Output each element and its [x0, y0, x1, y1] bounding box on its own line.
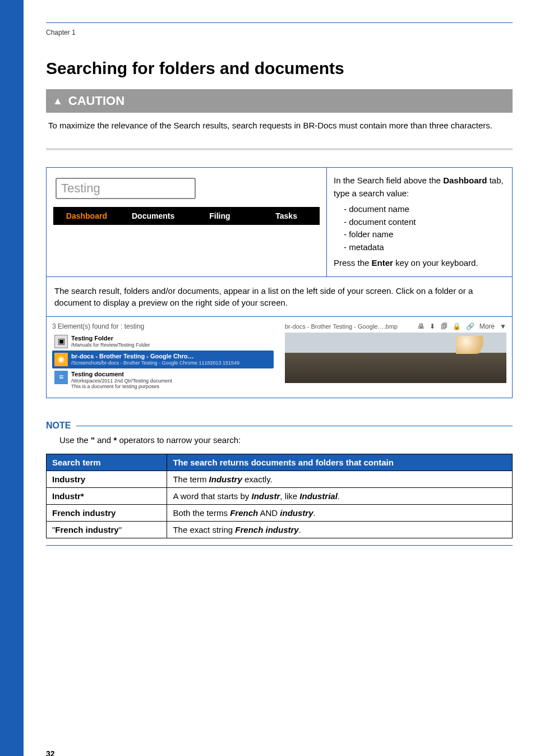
operators-table: Search term The search returns documents…: [46, 454, 513, 538]
caution-box: ▲ CAUTION To maximize the relevance of t…: [46, 89, 513, 150]
result-title: Testing Folder: [71, 335, 150, 342]
warning-icon: ▲: [53, 95, 63, 107]
result-item-folder[interactable]: ▣ Testing Folder /Manuals for Review/Tes…: [52, 333, 274, 351]
tab-bar: Dashboard Documents Filing Tasks: [53, 207, 320, 225]
result-item-document[interactable]: ≡ Testing document /Workspaces/2011 2nd …: [52, 368, 274, 393]
bullet-doc-name: document name: [344, 203, 505, 216]
cell-term: French industry: [52, 508, 116, 518]
screenshot-search-tabs: Testing Dashboard Documents Filing Tasks: [47, 168, 327, 276]
preview-image: [285, 333, 506, 383]
download-icon[interactable]: ⬇: [430, 322, 435, 330]
note-label: NOTE: [46, 421, 71, 431]
note-text-a: Use the: [59, 435, 91, 445]
note-rule: [76, 426, 513, 426]
result-title: Testing document: [71, 371, 172, 378]
caution-label: CAUTION: [68, 94, 124, 108]
result-title: br-docs - Brother Testing - Google Chro…: [71, 353, 239, 360]
instr-intro-bold: Dashboard: [443, 176, 487, 185]
table-row: French industry Both the terms French AN…: [47, 505, 513, 522]
result-sub: /Manuals for Review/Testing Folder: [71, 342, 150, 348]
tab-filing[interactable]: Filing: [187, 207, 253, 225]
cell-term: Industr*: [52, 491, 84, 501]
cell-term: "French industry": [47, 522, 167, 538]
table-row: "French industry" The exact string Frenc…: [47, 522, 513, 538]
more-button[interactable]: More: [479, 322, 495, 330]
table-row: Industry The term Industry exactly.: [47, 471, 513, 488]
instruction-text: In the Search field above the Dashboard …: [327, 168, 512, 276]
print-icon[interactable]: 🖶: [418, 322, 425, 330]
search-input[interactable]: Testing: [56, 178, 196, 199]
result-sub: /Screenshots/br-docs - Brother Testing -…: [71, 360, 239, 366]
instr-press-a: Press the: [334, 258, 372, 268]
th-description: The search returns documents and folders…: [167, 454, 513, 471]
instr-press-b: key on your keyboard.: [393, 258, 478, 268]
rotate-icon[interactable]: 🗐: [441, 322, 448, 330]
result-sub: /Workspaces/2011 2nd Qtr/Testing documen…: [71, 378, 172, 390]
caution-header: ▲ CAUTION: [46, 89, 513, 113]
tab-dashboard[interactable]: Dashboard: [53, 207, 120, 225]
result-count: 3 Element(s) found for : testing: [52, 322, 274, 330]
middle-paragraph: The search result, folders and/or docume…: [47, 276, 512, 316]
note-op-quote: ": [91, 435, 95, 445]
screenshot-preview-pane: br-docs - Brother Testing - Google….bmp …: [279, 317, 512, 398]
instr-press-bold: Enter: [372, 258, 393, 268]
link-icon[interactable]: 🔗: [466, 322, 474, 330]
tab-documents[interactable]: Documents: [120, 207, 187, 225]
screenshot-results-list: 3 Element(s) found for : testing ▣ Testi…: [47, 317, 279, 398]
tab-tasks[interactable]: Tasks: [253, 207, 320, 225]
note-section: NOTE Use the " and * operators to narrow…: [46, 421, 513, 546]
caution-text: To maximize the relevance of the Search …: [46, 113, 513, 148]
page-number: 32: [46, 749, 55, 756]
bullet-metadata: metadata: [344, 241, 505, 254]
cell-term: Industry: [52, 474, 85, 484]
instruction-section: Testing Dashboard Documents Filing Tasks…: [46, 167, 513, 398]
bullet-doc-content: document content: [344, 216, 505, 229]
note-end-rule: [46, 545, 513, 546]
preview-filename: br-docs - Brother Testing - Google….bmp: [285, 323, 398, 330]
document-icon: ≡: [54, 371, 68, 384]
table-row: Industr* A word that starts by Industr, …: [47, 488, 513, 505]
result-item-image[interactable]: ◉ br-docs - Brother Testing - Google Chr…: [52, 351, 274, 368]
th-search-term: Search term: [47, 454, 167, 471]
preview-toolbar: 🖶 ⬇ 🗐 🔒 🔗 More ▼: [414, 322, 506, 330]
note-text-b: and: [95, 435, 113, 445]
folder-icon: ▣: [54, 335, 68, 348]
left-blue-strip: [0, 0, 24, 756]
lock-icon[interactable]: 🔒: [453, 322, 461, 330]
page-title: Searching for folders and documents: [46, 59, 513, 78]
chapter-label: Chapter 1: [46, 29, 513, 36]
bullet-folder-name: folder name: [344, 228, 505, 241]
dropdown-icon[interactable]: ▼: [500, 322, 506, 330]
instr-intro-a: In the Search field above the: [334, 176, 443, 185]
note-text-c: operators to narrow your search:: [117, 435, 241, 445]
image-icon: ◉: [54, 353, 68, 366]
